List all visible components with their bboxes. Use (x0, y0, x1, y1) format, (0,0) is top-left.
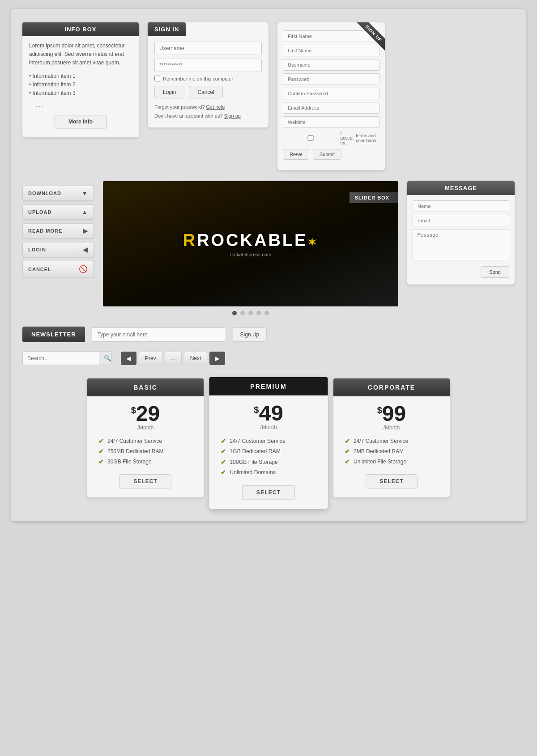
read-more-button[interactable]: READ MORE ▶ (22, 223, 94, 238)
cancel-icon: 🚫 (79, 265, 88, 273)
basic-period: /Month (87, 425, 204, 431)
list-item: ✔1GB Dedicated RAM (221, 448, 316, 455)
download-button[interactable]: DOWNLOAD ▼ (22, 186, 94, 201)
check-icon: ✔ (345, 458, 350, 465)
signup-corner-label: SIGN UP (356, 22, 385, 51)
signin-links: Forgot your password? Get help Don't hav… (154, 103, 262, 121)
corporate-header: CORPORATE (333, 378, 450, 396)
signin-box: SIGN IN Remember me on this computer Log… (148, 22, 268, 127)
remember-checkbox-row: Remember me on this computer (154, 76, 262, 81)
forgot-row: Forgot your password? Get help (154, 103, 262, 112)
login-arrow-icon: ◀ (83, 246, 88, 253)
cancel-icon-button[interactable]: CANCEL 🚫 (22, 261, 94, 277)
premium-header: PREMIUM (209, 377, 328, 395)
premium-price: $49 (209, 402, 328, 424)
signup-password-input[interactable] (283, 73, 379, 85)
pagination: ◀ Prev ... Next ▶ (121, 352, 225, 365)
newsletter-label: NEWSLETTER (22, 327, 85, 342)
terms-link[interactable]: terms and conditions (356, 133, 379, 143)
message-text-field (413, 229, 509, 262)
send-button[interactable]: Send (481, 266, 509, 278)
slider-image: RROCKABLE✶ rockablepress.com SLIDER BOX (103, 181, 398, 306)
website-field (283, 116, 379, 128)
username-input[interactable] (154, 42, 262, 55)
message-textarea[interactable] (413, 229, 509, 260)
info-box: INFO BOX Lorem ipsum dolor sit amet, con… (22, 22, 139, 137)
search-button[interactable]: 🔍 (99, 352, 112, 365)
basic-header: BASIC (87, 378, 204, 396)
slider-dot-4[interactable] (256, 311, 261, 315)
next-button[interactable]: Next (184, 352, 208, 365)
slider-subtext: rockablepress.com (183, 252, 319, 257)
confirm-password-field (283, 88, 379, 99)
search-input[interactable] (23, 352, 99, 365)
corporate-select-button[interactable]: SELECT (366, 474, 417, 488)
basic-price: $29 (87, 403, 204, 425)
slider-box: RROCKABLE✶ rockablepress.com SLIDER BOX (103, 181, 398, 315)
check-icon: ✔ (98, 458, 104, 465)
email-input[interactable] (283, 102, 379, 114)
no-account-row: Don't have an account with us? Sign up (154, 112, 262, 121)
password-field (154, 59, 262, 72)
slider-dot-1[interactable] (232, 311, 237, 315)
message-header: MESSAGE (407, 181, 515, 195)
terms-checkbox[interactable] (283, 135, 338, 141)
username-field (154, 42, 262, 55)
remember-label: Remember me on this computer (163, 76, 233, 81)
upload-icon: ▲ (81, 208, 88, 216)
arrow-right-icon: ▶ (83, 227, 88, 234)
signup-username-field (283, 59, 379, 71)
slider-label: SLIDER BOX (349, 192, 398, 203)
buttons-panel: DOWNLOAD ▼ UPLOAD ▲ READ MORE ▶ LOGIN ◀ … (22, 186, 94, 277)
corporate-price: $99 (333, 403, 450, 425)
slider-dots (103, 311, 398, 315)
premium-select-button[interactable]: SELECT (242, 485, 295, 500)
slider-dot-5[interactable] (264, 311, 269, 315)
slider-logo-text: RROCKABLE✶ (183, 231, 319, 250)
login-icon-button[interactable]: LOGIN ◀ (22, 242, 94, 257)
premium-features: ✔24/7 Customer Service ✔1GB Dedicated RA… (209, 437, 328, 476)
check-icon: ✔ (221, 469, 226, 476)
sign-up-link[interactable]: Sign up (224, 113, 241, 119)
info-box-list: Information item 1 Information item 2 In… (29, 72, 132, 98)
login-button[interactable]: Login (154, 86, 184, 98)
slider-content: RROCKABLE✶ rockablepress.com SLIDER BOX (103, 181, 398, 306)
password-input[interactable] (154, 59, 262, 72)
confirm-password-input[interactable] (283, 88, 379, 99)
remember-checkbox[interactable] (154, 76, 160, 81)
submit-button[interactable]: Submit (313, 149, 341, 160)
newsletter-signup-button[interactable]: Sign Up (233, 327, 267, 342)
message-email-input[interactable] (413, 215, 509, 226)
more-info-button[interactable]: More Info (55, 115, 107, 128)
check-icon: ✔ (98, 448, 104, 455)
signin-header: SIGN IN (148, 22, 268, 42)
newsletter-input[interactable] (92, 327, 226, 342)
list-item: ✔Unlimited File Storage (345, 458, 439, 465)
signup-buttons: Reset Submit (283, 149, 379, 160)
signup-username-input[interactable] (283, 59, 379, 71)
slider-dot-2[interactable] (240, 311, 245, 315)
info-box-header: INFO BOX (22, 22, 139, 36)
upload-button[interactable]: UPLOAD ▲ (22, 204, 94, 220)
pricing-row: BASIC $29 /Month ✔24/7 Customer Service … (22, 378, 515, 508)
check-icon: ✔ (221, 437, 226, 445)
cancel-button[interactable]: Cancel (189, 86, 222, 98)
basic-select-button[interactable]: SELECT (119, 474, 171, 488)
corporate-features: ✔24/7 Customer Service ✔2MB Dedicated RA… (333, 437, 450, 465)
email-field (283, 102, 379, 114)
basic-features: ✔24/7 Customer Service ✔256MB Dedicated … (87, 437, 204, 465)
prev-button[interactable]: Prev (139, 352, 162, 365)
slider-dot-3[interactable] (248, 311, 253, 315)
list-item: ✔24/7 Customer Service (345, 437, 439, 445)
check-icon: ✔ (345, 437, 350, 445)
info-box-dots: ..... (29, 101, 132, 110)
website-input[interactable] (283, 116, 379, 128)
message-name-input[interactable] (413, 200, 509, 212)
dots-button[interactable]: ... (165, 352, 182, 365)
list-item: ✔100GB File Storage (221, 459, 316, 466)
get-help-link[interactable]: Get help (206, 104, 225, 110)
next-arrow-button[interactable]: ▶ (209, 352, 225, 365)
prev-arrow-button[interactable]: ◀ (121, 352, 136, 365)
reset-button[interactable]: Reset (283, 149, 309, 160)
top-row: INFO BOX Lorem ipsum dolor sit amet, con… (22, 22, 515, 170)
